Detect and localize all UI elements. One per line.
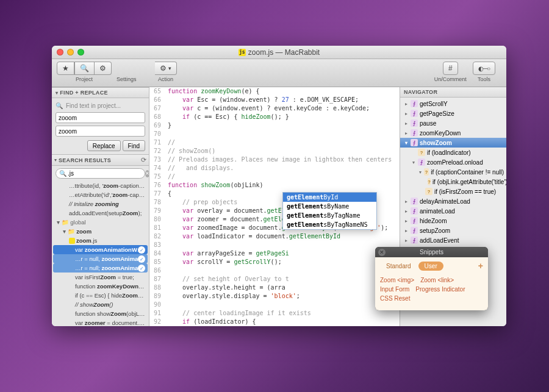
snippet-item[interactable]: Progress Indicator (415, 286, 465, 293)
close-snippets-button[interactable]: ✕ (378, 249, 386, 256)
search-project-button[interactable]: 🔍 (74, 62, 95, 75)
navigator-item[interactable]: ?if (loadIndicator) (400, 148, 506, 157)
navigator-item[interactable]: ▸⨍addLoadEvent (400, 235, 506, 245)
snippet-item[interactable]: CSS Reset (380, 295, 410, 302)
search-result-row[interactable]: zoom.js (53, 236, 148, 245)
disclosure-triangle-icon: ▸ (404, 130, 409, 136)
find-input[interactable] (56, 112, 145, 123)
toolbar: ★ 🔍 ⚙ Project Settings ⚙ ▾ Action # Un/C… (52, 59, 506, 87)
completion-item[interactable]: getElementsByTagNameNS (283, 220, 376, 229)
navigator-item[interactable]: ▾⨍zoomPreload.onload (400, 157, 506, 167)
search-result-row[interactable]: ▾ 📁 global (53, 218, 148, 227)
checkmark-icon: ✓ (138, 265, 145, 272)
replace-input[interactable] (56, 126, 145, 137)
action-group: ⚙ ▾ Action (155, 62, 177, 82)
traffic-lights (57, 49, 84, 55)
navigator-item-label: hideZoom (420, 218, 447, 224)
navigator-item[interactable]: ▸⨍zoomKeyDown (400, 128, 506, 138)
uncomment-button[interactable]: # (443, 62, 458, 75)
tools-group: ◐─○ Tools (473, 62, 495, 82)
search-result-row[interactable]: ▾ 📁 zoom (53, 227, 148, 236)
disclosure-triangle-icon: ▸ (404, 111, 409, 116)
replace-button[interactable]: Replace (87, 140, 121, 151)
favorites-button[interactable]: ★ (57, 62, 74, 75)
navigator-header: NAVIGATOR (400, 87, 506, 98)
close-window-button[interactable] (57, 49, 63, 55)
disclosure-triangle-icon: ▸ (404, 199, 409, 204)
chevron-down-icon: ▾ (168, 65, 171, 71)
navigator-item[interactable]: ▸⨍animateLoad (400, 206, 506, 216)
navigator-item[interactable]: ▸⨍getScrollY (400, 99, 506, 109)
navigator-item[interactable]: ▸⨍hideZoom (400, 216, 506, 226)
search-result-row[interactable]: …r = null, zooomAnimati…✓ (53, 254, 148, 263)
uncomment-group: # Un/Comment (434, 62, 467, 82)
snippet-item[interactable]: Zoom <img> (380, 277, 414, 283)
navigator-item[interactable]: ▸⨍pause (400, 118, 506, 128)
clear-search-button[interactable]: ✕ (145, 170, 149, 177)
navigator-item[interactable]: ▸⨍delayAnimateLoad (400, 196, 506, 206)
function-icon: ⨍ (411, 207, 418, 215)
tools-button[interactable]: ◐─○ (473, 62, 495, 75)
search-result-row[interactable]: var isFirstZoom = true; (53, 273, 148, 282)
navigator-item-label: pause (420, 120, 436, 127)
function-icon: ⨍ (418, 159, 425, 166)
search-result-row[interactable]: …ttribute(id, 'zoom-caption');con… (53, 181, 148, 190)
search-query-input[interactable] (68, 170, 145, 177)
search-result-row[interactable]: addLoadEvent(setupZoom); (53, 208, 148, 218)
project-settings-button[interactable]: ⚙ (95, 62, 112, 75)
search-result-row[interactable]: var zoomer = document.ge… (53, 318, 148, 326)
navigator-item[interactable]: ▸⨍setupZoom (400, 226, 506, 235)
snippet-item[interactable]: Zoom <link> (420, 277, 454, 283)
disclosure-triangle-icon[interactable]: ▾ (54, 157, 57, 163)
completion-item[interactable]: getElementsByTagName (283, 211, 376, 220)
autocomplete-popup[interactable]: getElementByIdgetElementsByNamegetElemen… (282, 192, 377, 230)
navigator-item-label: zoomPreload.onload (427, 159, 483, 166)
search-result-row[interactable]: function showZoom(objLink) (53, 309, 148, 318)
snippet-item[interactable]: Input Form (380, 286, 409, 293)
snippets-body: Zoom <img>Zoom <link>Input FormProgress … (375, 274, 488, 310)
search-results-list[interactable]: …ttribute(id, 'zoom-caption');con……etAtt… (52, 181, 149, 326)
search-result-row[interactable]: // showZoom() (53, 300, 148, 309)
snippets-panel[interactable]: ✕ Snippets StandardUser+ Zoom <img>Zoom … (375, 247, 488, 310)
completion-item[interactable]: getElementById (283, 193, 376, 202)
uncomment-label: Un/Comment (434, 76, 467, 82)
condition-icon: ? (424, 168, 429, 176)
navigator-item[interactable]: ▸⨍getPageSize (400, 109, 506, 118)
snippets-title: Snippets (420, 249, 443, 255)
find-placeholder-label: Find text in project... (66, 102, 121, 109)
js-file-icon: js (239, 49, 246, 56)
navigator-item[interactable]: ▾⨍showZoom (400, 138, 506, 148)
snippets-tab[interactable]: User (418, 262, 443, 271)
navigator-item[interactable]: ?if (isFirstZoom == true) (400, 187, 506, 196)
search-result-row[interactable]: // Initalize zooming (53, 199, 148, 208)
action-label: Action (158, 76, 173, 82)
search-result-row[interactable]: var zooomAnimationWai…✓ (53, 245, 148, 254)
reload-results-button[interactable]: ⟳ (141, 156, 146, 164)
add-snippet-button[interactable]: + (478, 261, 483, 271)
snippets-tab[interactable]: Standard (380, 262, 417, 271)
search-result-row[interactable]: function zoomKeyDown(e) { (53, 282, 148, 291)
settings-label: Settings (117, 76, 137, 82)
navigator-item-label: zoomKeyDown (420, 130, 461, 137)
search-results-title: SEARCH RESULTS (59, 157, 111, 163)
code-editor[interactable]: 65 66 67 68 69 70 71 72 73 74 75 76 77 7… (149, 87, 400, 326)
line-gutter: 65 66 67 68 69 70 71 72 73 74 75 76 77 7… (149, 87, 165, 326)
find-replace-header[interactable]: ▾ FIND + REPLACE (52, 87, 149, 98)
function-icon: ⨍ (411, 217, 418, 224)
navigator-item[interactable]: ?if (objLink.getAttribute('title')) (400, 177, 506, 187)
zoom-window-button[interactable] (77, 49, 84, 55)
function-icon: ⨍ (411, 129, 418, 137)
completion-item[interactable]: getElementsByName (283, 202, 376, 211)
minimize-window-button[interactable] (67, 49, 74, 55)
search-result-row[interactable]: if (c == Esc) { hideZoom(); } (53, 291, 148, 300)
search-field[interactable]: 🔍 ✕ (56, 168, 145, 179)
find-button[interactable]: Find (123, 140, 145, 151)
window-title-text: zoom.js — MacRabbit (248, 48, 320, 57)
search-result-row[interactable]: …r = null; zooomAnimat…✓ (53, 263, 148, 273)
disclosure-triangle-icon: ▸ (404, 238, 409, 243)
search-result-row[interactable]: …etAttribute('id','zoom-caption'); (53, 190, 148, 199)
navigator-list[interactable]: ▸⨍getScrollY▸⨍getPageSize▸⨍pause▸⨍zoomKe… (400, 98, 506, 246)
snippets-header[interactable]: ✕ Snippets (375, 247, 488, 257)
action-button[interactable]: ⚙ ▾ (155, 62, 177, 75)
navigator-item[interactable]: ▾?if (captionContainer != null) (400, 167, 506, 177)
